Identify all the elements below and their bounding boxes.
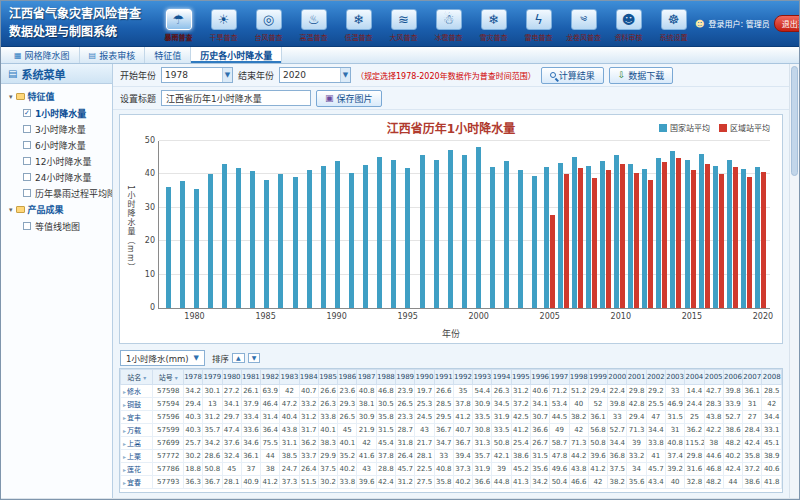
col-header-year[interactable]: 2006 [723,370,742,385]
module-hail[interactable]: ☃冰雹普查 [427,9,470,42]
tab-1[interactable]: ▦网格降水图 [5,47,80,63]
table-row[interactable]: ▸修水5759834.230.127.226.163.94240.726.623… [121,385,782,398]
value-cell: 52 [588,398,607,411]
table-row[interactable]: ▸莲花5778618.850.845373824.726.437.540.243… [121,463,782,476]
col-header-year[interactable]: 1991 [434,370,453,385]
col-header-year[interactable]: 1982 [261,370,280,385]
tree-item[interactable]: ✓1小时降水量 [3,105,110,121]
module-settings[interactable]: ☸系统设置 [652,9,695,42]
col-header-year[interactable]: 2001 [627,370,646,385]
col-header-year[interactable]: 1999 [588,370,607,385]
col-header-year[interactable]: 1998 [569,370,588,385]
col-header-year[interactable]: 2004 [685,370,704,385]
col-header-year[interactable]: 1995 [511,370,530,385]
bar-national [518,170,523,308]
col-header-year[interactable]: 2005 [704,370,723,385]
tab-3[interactable]: 特征值 [145,47,191,63]
col-header-year[interactable]: 1978 [183,370,202,385]
checkbox-icon [23,222,31,230]
chart-title-input[interactable] [161,90,311,106]
value-cell: 41.2 [511,424,530,437]
col-header-year[interactable]: 1986 [338,370,357,385]
col-header-year[interactable]: 2007 [743,370,762,385]
value-cell: 29.8 [627,385,646,398]
module-snow[interactable]: ❄雪灾普查 [472,9,515,42]
col-header-year[interactable]: 1980 [222,370,241,385]
col-header-year[interactable]: 1979 [203,370,222,385]
metric-select[interactable]: 1小时降水(mm) ▼ [120,350,205,366]
module-heat[interactable]: ♨高温普查 [292,9,335,42]
module-rain[interactable]: ☂暴雨普查 [157,9,200,42]
module-label: 冰雹普查 [427,32,470,42]
table-row[interactable]: ▸宜丰5759640.331.229.733.431.440.431.233.8… [121,411,782,424]
col-header-year[interactable]: 1984 [299,370,318,385]
checkbox-icon [23,125,31,133]
metric-select-label: 1小时降水(mm) [126,352,189,364]
table-row[interactable]: ▸宜春5779336.336.728.140.941.237.351.530.2… [121,476,782,489]
bar-national [727,160,732,308]
module-drought[interactable]: ☀干旱普查 [202,9,245,42]
logout-button[interactable]: 退出系统 [774,15,800,32]
module-typhoon[interactable]: ◎台风普查 [247,9,290,42]
end-year-select[interactable]: 2020 ▼ [279,67,351,83]
col-header-year[interactable]: 1981 [241,370,260,385]
page-scrollbar[interactable] [789,64,799,498]
module-lightning[interactable]: ϟ雷电普查 [517,9,560,42]
col-header-year[interactable]: 1997 [550,370,569,385]
module-review[interactable]: ☻资料审核 [607,9,650,42]
value-cell: 44.5 [550,411,569,424]
col-header-year[interactable]: 1983 [280,370,299,385]
tree-item[interactable]: 12小时降水量 [3,153,110,169]
col-header-year[interactable]: 1994 [492,370,511,385]
col-header-year[interactable]: 1988 [376,370,395,385]
col-header-station[interactable]: 站名 ▾ [121,370,153,385]
col-header-year[interactable]: 2002 [646,370,665,385]
value-cell: 13 [203,398,222,411]
tab-4[interactable]: 历史各小时降水量 [191,47,282,63]
download-button[interactable]: ⇩ 数据下载 [609,67,674,84]
bar-national [264,180,269,308]
value-cell: 33.7 [299,450,318,463]
col-header-year[interactable]: 1993 [473,370,492,385]
legend-swatch [659,124,667,132]
col-header-year[interactable]: 1990 [415,370,434,385]
tab-2[interactable]: ▤报表审核 [80,47,146,63]
table-row[interactable]: ▸上栗5777230.228.632.436.14438.533.729.935… [121,450,782,463]
col-header-year[interactable]: 2003 [665,370,684,385]
table-row[interactable]: ▸上高5769925.734.237.634.675.531.136.238.3… [121,437,782,450]
tree-item[interactable]: 等值线地图 [3,218,110,234]
module-tornado[interactable]: ༄龙卷风普查 [562,9,605,42]
station-name-cell: ▸修水 [121,385,153,398]
col-header-id[interactable]: 站号 ▾ [153,370,183,385]
sort-asc-button[interactable]: ▲ [232,353,245,364]
calc-button[interactable]: 计算结果 [541,67,604,84]
tree-item[interactable]: 24小时降水量 [3,169,110,185]
module-cold[interactable]: ❄低温普查 [337,9,380,42]
year-slot [217,141,231,308]
start-year-select[interactable]: 1978 ▼ [161,67,233,83]
value-cell: 40.3 [183,411,202,424]
value-cell: 34.4 [762,411,782,424]
col-header-year[interactable]: 1985 [318,370,337,385]
value-cell: 35.2 [338,450,357,463]
col-header-year[interactable]: 2000 [608,370,627,385]
col-header-year[interactable]: 1989 [396,370,415,385]
station-id-cell: 57793 [153,476,183,489]
tree-item[interactable]: 3小时降水量 [3,121,110,137]
table-row[interactable]: ▸万载5759940.335.747.433.636.443.831.740.1… [121,424,782,437]
tree-item[interactable]: 6小时降水量 [3,137,110,153]
col-header-year[interactable]: 1996 [531,370,550,385]
col-header-year[interactable]: 1992 [453,370,472,385]
tree-group[interactable]: ▾产品成果 [3,201,110,218]
col-header-year[interactable]: 2008 [762,370,782,385]
save-image-button[interactable]: ▣ 保存图片 [316,90,382,107]
sort-desc-button[interactable]: ▼ [248,353,261,364]
table-row[interactable]: ▸铜鼓5759429.41334.137.946.447.233.226.329… [121,398,782,411]
scrollbar-thumb[interactable] [791,66,798,176]
tree-group[interactable]: ▾特征值 [3,88,110,105]
module-wind[interactable]: ≋大风普查 [382,9,425,42]
bar-regional [578,168,583,308]
col-header-year[interactable]: 1987 [357,370,376,385]
tree-item[interactable]: 历年暴雨过程平均降水 [3,185,110,201]
year-slot [344,141,358,308]
